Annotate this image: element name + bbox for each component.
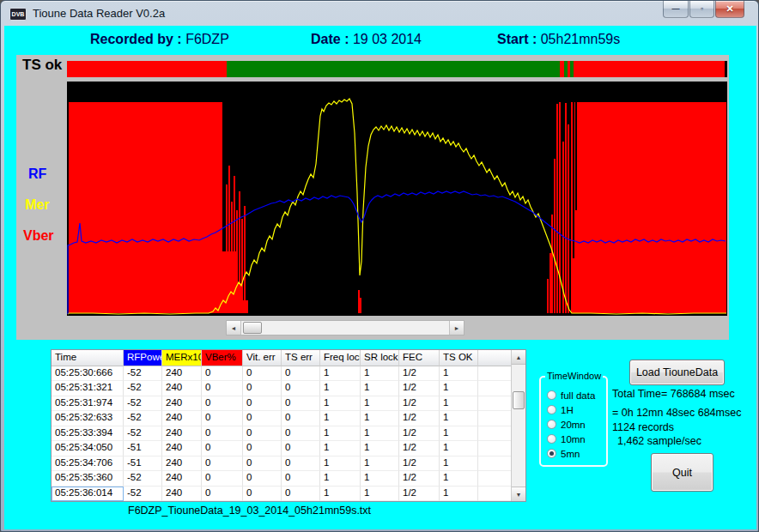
table-cell[interactable]: 0 — [243, 381, 282, 396]
header-cell[interactable]: SR lock — [361, 350, 399, 366]
table-cell[interactable]: 240 — [162, 487, 202, 501]
table-cell[interactable]: 0 — [282, 366, 320, 381]
table-cell[interactable]: 1 — [440, 396, 478, 411]
header-cell[interactable]: MERx10 — [162, 350, 202, 366]
table-cell[interactable]: 1/2 — [399, 471, 440, 486]
table-cell[interactable]: 240 — [162, 366, 202, 381]
table-cell[interactable]: 240 — [162, 471, 202, 486]
header-cell[interactable]: Freq lock — [320, 350, 361, 366]
table-cell[interactable]: -52 — [124, 471, 162, 486]
header-cell[interactable]: Vit. err — [243, 350, 282, 366]
table-cell[interactable]: 1 — [320, 411, 361, 426]
table-cell[interactable]: 1 — [440, 456, 478, 471]
table-cell[interactable]: 0 — [202, 396, 243, 411]
scroll-left-arrow-icon[interactable]: ◄ — [227, 321, 241, 335]
table-cell[interactable]: 240 — [162, 396, 202, 411]
table-cell[interactable]: 05:25:34:706 — [52, 456, 124, 471]
table-cell[interactable]: 05:25:31:321 — [52, 381, 124, 396]
table-cell[interactable]: 05:25:36:014 — [52, 487, 124, 501]
table-cell[interactable]: 0 — [282, 487, 320, 501]
table-cell[interactable]: 1 — [320, 456, 361, 471]
table-cell[interactable]: 240 — [162, 381, 202, 396]
table-cell[interactable]: 0 — [202, 366, 243, 381]
table-cell[interactable]: 0 — [202, 441, 243, 456]
table-cell[interactable]: 05:25:31:974 — [52, 396, 124, 411]
table-cell[interactable]: 1 — [440, 426, 478, 441]
table-cell[interactable]: 1 — [361, 456, 399, 471]
time-window-option-1H[interactable]: 1H — [547, 404, 574, 415]
time-window-option-10mn[interactable]: 10mn — [547, 433, 586, 444]
table-cell[interactable]: 05:25:35:360 — [52, 471, 124, 486]
table-cell[interactable]: 1 — [361, 381, 399, 396]
radio-button-icon[interactable] — [547, 449, 556, 458]
time-window-option-20mn[interactable]: 20mn — [547, 419, 586, 430]
table-cell[interactable]: 1/2 — [399, 487, 440, 501]
radio-button-icon[interactable] — [547, 434, 556, 444]
table-cell[interactable]: 0 — [243, 471, 282, 486]
table-cell[interactable]: 0 — [282, 411, 320, 426]
table-cell[interactable]: 05:25:30:666 — [52, 366, 124, 381]
table-cell[interactable]: 0 — [282, 456, 320, 471]
table-cell[interactable]: 0 — [243, 426, 282, 441]
table-cell[interactable]: -51 — [124, 441, 162, 456]
table-cell[interactable]: 1 — [440, 441, 478, 456]
table-row[interactable]: 05:25:33:394-52240000111/21 — [52, 426, 511, 441]
table-cell[interactable]: -51 — [124, 456, 162, 471]
time-window-option-5mn[interactable]: 5mn — [547, 448, 580, 459]
radio-button-icon[interactable] — [547, 405, 556, 414]
table-cell[interactable]: 1 — [320, 471, 361, 486]
table-row[interactable]: 05:25:31:974-52240000111/21 — [52, 396, 511, 411]
table-cell[interactable]: 1 — [361, 426, 399, 441]
table-cell[interactable]: 1/2 — [399, 426, 440, 441]
table-vertical-scrollbar[interactable]: ▲ ▼ — [511, 350, 525, 501]
scroll-up-arrow-icon[interactable]: ▲ — [512, 350, 525, 365]
table-cell[interactable]: 1 — [361, 366, 399, 381]
table-cell[interactable]: 1 — [361, 471, 399, 486]
table-cell[interactable]: -52 — [124, 426, 162, 441]
title-bar[interactable]: DVB Tioune Data Reader V0.2a — ▫ ✕ — [1, 1, 758, 26]
vertical-scroll-thumb[interactable] — [513, 391, 525, 409]
table-cell[interactable]: 0 — [243, 456, 282, 471]
table-cell[interactable]: 1 — [320, 441, 361, 456]
table-cell[interactable]: 1 — [320, 426, 361, 441]
table-cell[interactable]: -52 — [124, 366, 162, 381]
table-cell[interactable]: 0 — [282, 426, 320, 441]
header-cell[interactable]: TS err — [282, 350, 320, 366]
table-cell[interactable]: 1 — [440, 381, 478, 396]
table-cell[interactable]: 0 — [243, 487, 282, 501]
table-cell[interactable]: 0 — [243, 441, 282, 456]
table-cell[interactable]: 0 — [202, 456, 243, 471]
chart-horizontal-scrollbar[interactable]: ◄ ► — [226, 320, 465, 336]
header-cell[interactable]: FEC — [399, 350, 440, 366]
table-cell[interactable]: -52 — [124, 381, 162, 396]
table-cell[interactable]: 1 — [440, 487, 478, 501]
table-row[interactable]: 05:25:34:706-51240000111/21 — [52, 456, 511, 471]
table-cell[interactable]: 1 — [361, 411, 399, 426]
table-cell[interactable]: 0 — [202, 487, 243, 501]
table-cell[interactable]: 1 — [361, 396, 399, 411]
table-cell[interactable]: -52 — [124, 396, 162, 411]
table-cell[interactable]: 0 — [243, 366, 282, 381]
table-cell[interactable]: 1/2 — [399, 411, 440, 426]
radio-button-icon[interactable] — [547, 420, 556, 429]
close-button[interactable]: ✕ — [715, 1, 744, 18]
table-cell[interactable]: 1 — [320, 487, 361, 501]
table-cell[interactable]: 1 — [440, 411, 478, 426]
table-cell[interactable]: 1/2 — [399, 456, 440, 471]
table-cell[interactable]: 0 — [282, 381, 320, 396]
table-row[interactable]: 05:25:30:666-52240000111/21 — [52, 366, 511, 381]
table-cell[interactable]: 05:25:32:633 — [52, 411, 124, 426]
header-cell[interactable]: VBer% — [202, 350, 243, 366]
header-cell[interactable]: TS OK — [440, 350, 478, 366]
table-cell[interactable]: 1 — [320, 381, 361, 396]
table-cell[interactable]: 05:25:33:394 — [52, 426, 124, 441]
table-row[interactable]: 05:25:36:014-52240000111/21 — [52, 487, 511, 501]
table-cell[interactable]: 1/2 — [399, 381, 440, 396]
table-cell[interactable]: 240 — [162, 456, 202, 471]
table-cell[interactable]: -52 — [124, 411, 162, 426]
table-row[interactable]: 05:25:35:360-52240000111/21 — [52, 471, 511, 486]
table-row[interactable]: 05:25:31:321-52240000111/21 — [52, 381, 511, 396]
table-cell[interactable]: 1/2 — [399, 366, 440, 381]
table-cell[interactable]: 05:25:34:050 — [52, 441, 124, 456]
table-cell[interactable]: 1 — [440, 366, 478, 381]
